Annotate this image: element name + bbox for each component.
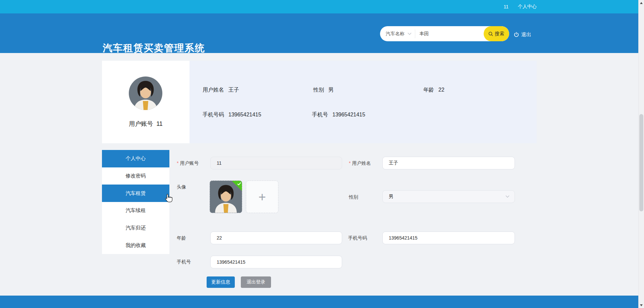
plus-icon: + [258, 191, 266, 203]
topbar-username[interactable]: 11 [503, 4, 508, 9]
chevron-down-icon [408, 33, 412, 35]
sidebar-item-change-password[interactable]: 修改密码 [102, 167, 169, 185]
sidebar-item-car-rental[interactable]: 汽车租赁 [102, 185, 169, 202]
vertical-scrollbar[interactable] [638, 0, 644, 308]
sidebar: 个人中心 修改密码 汽车租赁 汽车续租 汽车归还 我的收藏 [102, 150, 169, 254]
footer [0, 296, 644, 308]
topbar: 11 个人中心 [0, 0, 644, 13]
phone-field-label: 手机号码 [348, 235, 367, 241]
search-bar: 汽车名称 搜索 [380, 26, 509, 41]
mobile-field-label: 手机号 [177, 259, 191, 265]
update-info-button[interactable]: 更新信息 [207, 276, 235, 288]
account-line: 用户账号11 [102, 120, 190, 128]
gender-value: 男 [389, 194, 393, 200]
sidebar-item-car-renew[interactable]: 汽车续租 [102, 202, 169, 219]
info-mobile: 手机号13965421415 [312, 111, 365, 118]
search-icon [488, 32, 493, 36]
avatar-field-label: 头像 [177, 184, 186, 190]
phone-input[interactable] [382, 232, 515, 244]
logout-link[interactable]: 退出 [514, 31, 531, 38]
avatar-upload-button[interactable]: + [246, 181, 278, 213]
avatar [129, 76, 162, 110]
check-mark-icon [237, 182, 241, 186]
search-button[interactable]: 搜索 [484, 26, 509, 41]
age-input[interactable] [210, 232, 342, 244]
sidebar-item-my-favorites[interactable]: 我的收藏 [102, 237, 169, 254]
info-age: 年龄22 [423, 87, 444, 94]
name-input[interactable] [382, 157, 515, 169]
scrollbar-up-arrow-icon[interactable] [639, 0, 644, 6]
search-input[interactable] [415, 26, 484, 41]
mobile-input[interactable] [210, 256, 342, 268]
logout-button[interactable]: 退出登录 [241, 276, 271, 288]
account-value: 11 [156, 120, 163, 127]
gender-field-label: 性别 [349, 194, 358, 200]
age-field-label: 年龄 [177, 235, 186, 241]
account-field-label: *用户账号 [177, 160, 199, 166]
required-asterisk: * [349, 160, 351, 166]
required-asterisk: * [177, 160, 178, 166]
name-field-label: *用户姓名 [349, 160, 371, 166]
profile-info-panel: 用户姓名王子 性别男 年龄22 手机号码13965421415 手机号13965… [190, 61, 537, 143]
page-title: 汽车租赁买卖管理系统 [103, 42, 205, 55]
scrollbar-down-arrow-icon[interactable] [639, 302, 644, 308]
sidebar-item-personal-center[interactable]: 个人中心 [102, 150, 169, 167]
app-screen: 11 个人中心 汽车租赁买卖管理系统 汽车名称 搜索 退出 [0, 0, 644, 308]
info-username: 用户姓名王子 [203, 87, 239, 94]
info-phone: 手机号码13965421415 [203, 111, 261, 118]
chevron-down-icon [505, 195, 509, 198]
logout-label: 退出 [521, 32, 531, 38]
info-gender: 性别男 [313, 87, 334, 94]
topbar-personal-center-link[interactable]: 个人中心 [518, 4, 537, 10]
search-category-select[interactable]: 汽车名称 [380, 26, 415, 41]
account-label: 用户账号 [129, 120, 153, 127]
gender-select[interactable]: 男 [382, 190, 515, 203]
sidebar-item-car-return[interactable]: 汽车归还 [102, 219, 169, 237]
header: 汽车租赁买卖管理系统 汽车名称 搜索 退出 [0, 13, 644, 53]
profile-card: 用户账号11 [102, 61, 190, 143]
power-icon [514, 32, 519, 38]
search-button-label: 搜索 [495, 31, 504, 37]
account-input[interactable] [210, 157, 342, 169]
search-category-value: 汽车名称 [386, 31, 405, 37]
avatar-upload-thumbnail[interactable] [210, 181, 242, 213]
scrollbar-thumb[interactable] [639, 114, 643, 211]
